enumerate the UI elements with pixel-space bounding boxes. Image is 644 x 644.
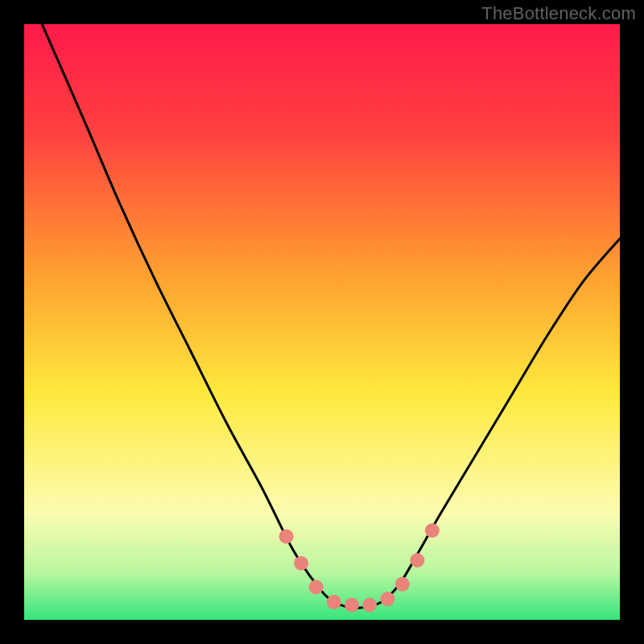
gradient-background — [24, 24, 620, 620]
highlight-dot — [380, 592, 394, 606]
bottleneck-chart — [0, 0, 644, 644]
highlight-dot — [294, 556, 308, 571]
highlight-dot — [279, 529, 294, 543]
highlight-dot — [410, 553, 424, 568]
chart-frame: TheBottleneck.com — [0, 0, 644, 644]
highlight-dot — [309, 580, 324, 594]
highlight-dot — [395, 577, 410, 592]
highlight-dot — [362, 598, 377, 613]
attribution-text: TheBottleneck.com — [481, 3, 636, 24]
highlight-dot — [345, 598, 359, 613]
highlight-dot — [327, 595, 341, 609]
highlight-dot — [425, 523, 440, 538]
